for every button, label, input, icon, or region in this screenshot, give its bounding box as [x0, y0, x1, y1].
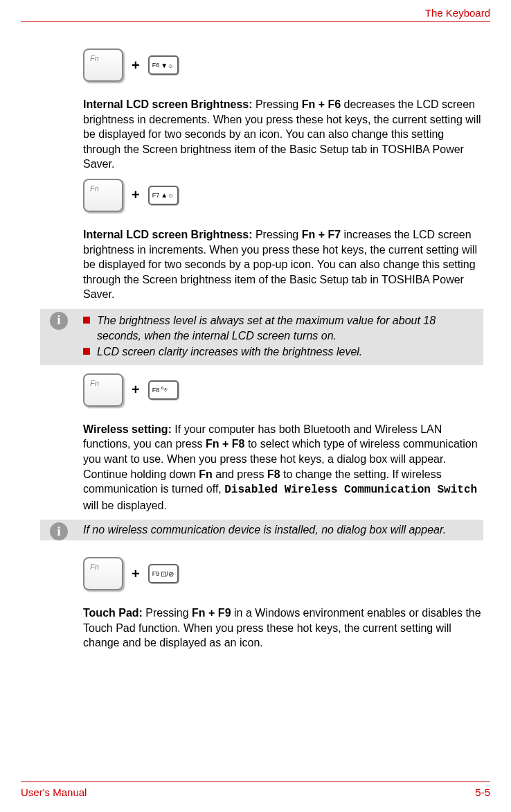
paragraph-f9: Touch Pad: Pressing Fn + F9 in a Windows…	[83, 606, 483, 651]
fn-key-icon	[83, 48, 123, 82]
fn-key-icon	[83, 557, 123, 590]
info-icon	[50, 522, 68, 540]
footer-rule	[21, 782, 490, 782]
section-f9: + F9 ⊡/⊘ Touch Pad: Pressing Fn + F9 in …	[83, 557, 483, 651]
f6-key-icon: F6 ▼☼	[148, 55, 179, 75]
plus-icon: +	[132, 187, 140, 203]
info-note-brightness: The brightness level is always set at th…	[40, 309, 483, 365]
plus-icon: +	[132, 58, 140, 73]
fn-key-icon	[83, 373, 123, 407]
f8-key-icon: F8 °ᯤ	[148, 380, 179, 400]
f7-key-icon: F7 ▲☼	[148, 186, 179, 205]
page-footer: User's Manual 5-5	[0, 782, 511, 798]
info-note-wireless: If no wireless communication device is i…	[40, 520, 483, 540]
section-f7: + F7 ▲☼ Internal LCD screen Brightness: …	[83, 179, 483, 302]
section-f6: + F6 ▼☼ Internal LCD screen Brightness: …	[83, 48, 483, 172]
red-square-icon	[83, 348, 90, 355]
key-combo-f6: + F6 ▼☼	[83, 48, 483, 82]
main-content: + F6 ▼☼ Internal LCD screen Brightness: …	[0, 22, 511, 651]
wireless-icon: °ᯤ	[161, 386, 170, 394]
f9-key-icon: F9 ⊡/⊘	[148, 564, 179, 583]
fn-key-icon	[83, 179, 123, 212]
paragraph-f8: Wireless setting: If your computer has b…	[83, 422, 483, 513]
note-bullet: LCD screen clarity increases with the br…	[83, 344, 478, 360]
paragraph-f7: Internal LCD screen Brightness: Pressing…	[83, 227, 483, 302]
plus-icon: +	[132, 566, 140, 582]
key-combo-f9: + F9 ⊡/⊘	[83, 557, 483, 590]
footer-right: 5-5	[475, 786, 490, 798]
red-square-icon	[83, 317, 90, 324]
page-header: The Keyboard	[0, 0, 511, 21]
footer-left: User's Manual	[21, 786, 87, 798]
section-f8: + F8 °ᯤ Wireless setting: If your comput…	[83, 373, 483, 513]
touchpad-icon: ⊡/⊘	[161, 570, 174, 578]
header-title: The Keyboard	[425, 7, 490, 19]
info-icon	[50, 312, 68, 330]
key-combo-f8: + F8 °ᯤ	[83, 373, 483, 407]
note-bullet: The brightness level is always set at th…	[83, 313, 478, 343]
key-combo-f7: + F7 ▲☼	[83, 179, 483, 212]
plus-icon: +	[132, 382, 140, 398]
paragraph-f6: Internal LCD screen Brightness: Pressing…	[83, 97, 483, 172]
brightness-up-icon: ▲☼	[161, 191, 174, 199]
brightness-down-icon: ▼☼	[161, 62, 174, 69]
footer-row: User's Manual 5-5	[21, 786, 490, 798]
